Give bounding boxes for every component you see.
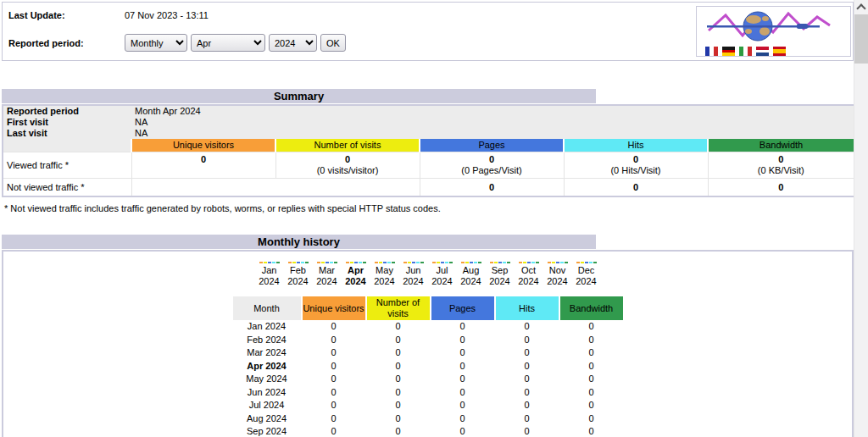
flag-fr-icon[interactable] bbox=[705, 47, 718, 56]
scroll-up-button[interactable] bbox=[854, 0, 868, 14]
chart-bar bbox=[527, 262, 531, 263]
chart-month-label: Nov bbox=[543, 265, 572, 276]
vertical-scrollbar[interactable] bbox=[854, 0, 868, 437]
chart-bars bbox=[486, 260, 515, 263]
chart-bar bbox=[498, 262, 502, 263]
chart-bar bbox=[326, 262, 329, 263]
chart-month-year: 2024 bbox=[284, 276, 313, 287]
chart-bar bbox=[556, 262, 559, 263]
mh-value-cell: 0 bbox=[496, 386, 559, 400]
mh-value-cell: 0 bbox=[431, 425, 494, 437]
viewed-traffic-value: 0 bbox=[131, 152, 275, 179]
mh-value-cell: 0 bbox=[496, 425, 559, 437]
last-visit-label: Last visit bbox=[3, 128, 131, 139]
value-main: 0 bbox=[136, 152, 272, 165]
mh-value-cell: 0 bbox=[496, 360, 559, 373]
language-flags bbox=[705, 47, 850, 56]
summary-column-header: Number of visits bbox=[275, 139, 420, 152]
summary-empty-corner bbox=[3, 139, 131, 152]
summary-column-header: Unique visitors bbox=[131, 139, 275, 152]
value-sub: (0 visits/visitor) bbox=[280, 165, 416, 176]
value-main: 0 bbox=[568, 152, 704, 165]
mh-column-header: Hits bbox=[496, 296, 559, 320]
chart-bar bbox=[581, 262, 584, 263]
chart-bar bbox=[519, 262, 522, 263]
flag-nl-icon[interactable] bbox=[756, 47, 769, 56]
period-month-select[interactable]: Apr bbox=[191, 34, 265, 52]
chart-bar bbox=[552, 262, 555, 263]
chart-month-label: Sep bbox=[486, 265, 515, 276]
viewed-traffic-value: 0(0 Pages/Visit) bbox=[420, 152, 564, 179]
summary-info-row: Reported period Month Apr 2024 bbox=[3, 105, 854, 117]
value-main: 0 bbox=[280, 152, 416, 165]
mh-header-row: MonthUnique visitorsNumber of visitsPage… bbox=[233, 296, 623, 320]
awstats-page: Last Update:07 Nov 2023 - 13:11 Reported… bbox=[2, 2, 854, 437]
flag-de-icon[interactable] bbox=[722, 47, 735, 56]
chart-bar bbox=[387, 262, 391, 263]
mh-value-cell: 0 bbox=[303, 373, 365, 386]
viewed-traffic-value: 0(0 KB/Visit) bbox=[708, 152, 854, 179]
flag-it-icon[interactable] bbox=[739, 47, 752, 56]
chart-bar bbox=[449, 262, 453, 263]
chart-month-year: 2024 bbox=[457, 276, 486, 287]
scrollbar-thumb[interactable] bbox=[854, 14, 868, 64]
reported-period-summary-value: Month Apr 2024 bbox=[131, 105, 854, 117]
mh-value-cell: 0 bbox=[303, 346, 365, 360]
chart-bar bbox=[507, 262, 510, 263]
mh-value-cell: 0 bbox=[367, 412, 430, 426]
chart-bars bbox=[370, 260, 399, 263]
chart-month-label: Dec bbox=[572, 265, 601, 276]
mh-value-cell: 0 bbox=[367, 360, 430, 373]
last-visit-value: NA bbox=[131, 128, 854, 139]
chart-bar bbox=[330, 262, 333, 263]
chart-bar bbox=[432, 262, 436, 263]
mh-row: May 202400000 bbox=[233, 373, 623, 386]
chart-month-label: Apr bbox=[342, 265, 370, 276]
chart-month-label: Jul bbox=[428, 265, 457, 276]
chart-bar bbox=[301, 262, 304, 263]
mh-month-cell: Mar 2024 bbox=[233, 346, 301, 360]
mh-value-cell: 0 bbox=[303, 386, 365, 400]
chart-month: Nov2024 bbox=[543, 260, 572, 287]
reported-period-row: Reported period:MonthlyApr2024OK bbox=[8, 34, 346, 52]
mh-column-header: Month bbox=[233, 296, 301, 320]
chart-bar bbox=[375, 262, 378, 263]
chart-month: Jun2024 bbox=[399, 260, 428, 287]
mh-value-cell: 0 bbox=[431, 346, 494, 360]
ok-button[interactable]: OK bbox=[320, 34, 346, 52]
chart-bar bbox=[523, 262, 526, 263]
mh-value-cell: 0 bbox=[560, 425, 623, 437]
chart-bars bbox=[255, 260, 284, 263]
chart-bars bbox=[428, 260, 457, 263]
chart-bar bbox=[589, 262, 593, 263]
chart-month-year: 2024 bbox=[428, 276, 457, 287]
chart-bar bbox=[392, 262, 395, 263]
mh-value-cell: 0 bbox=[431, 320, 494, 334]
flag-es-icon[interactable] bbox=[773, 47, 786, 56]
period-type-select[interactable]: Monthly bbox=[125, 34, 187, 52]
value-main: 0 bbox=[424, 152, 560, 165]
chart-month: Feb2024 bbox=[284, 260, 313, 287]
mh-month-cell: Aug 2024 bbox=[233, 412, 301, 426]
chart-bar bbox=[531, 262, 535, 263]
chart-bar bbox=[379, 262, 382, 263]
chart-bars bbox=[457, 260, 486, 263]
chart-month-label: Jan bbox=[255, 265, 284, 276]
mh-row: Mar 202400000 bbox=[233, 346, 623, 360]
chart-month-label: Jun bbox=[399, 265, 428, 276]
chart-bar bbox=[272, 262, 275, 263]
chart-month: Jul2024 bbox=[428, 260, 457, 287]
mh-column-header: Unique visitors bbox=[303, 296, 365, 320]
mh-value-cell: 0 bbox=[431, 412, 494, 426]
chart-bar bbox=[503, 262, 506, 263]
chart-month: Aug2024 bbox=[457, 260, 486, 287]
awstats-logo-icon bbox=[705, 8, 832, 44]
mh-value-cell: 0 bbox=[560, 412, 623, 426]
period-year-select[interactable]: 2024 bbox=[269, 34, 317, 52]
not-viewed-traffic-label: Not viewed traffic * bbox=[3, 179, 131, 197]
monthly-history-chart: Jan2024Feb2024Mar2024Apr2024May2024Jun20… bbox=[3, 260, 852, 287]
chart-bar bbox=[494, 262, 498, 263]
monthly-history-section-title: Monthly history bbox=[2, 235, 596, 249]
summary-info-row: First visit NA bbox=[3, 117, 854, 128]
chart-month-label: Aug bbox=[457, 265, 486, 276]
